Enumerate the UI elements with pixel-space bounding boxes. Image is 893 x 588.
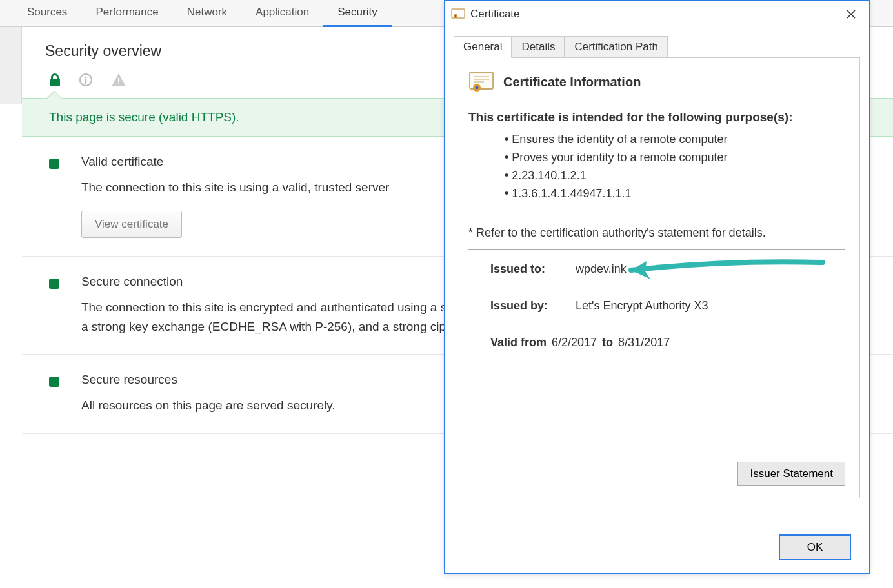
dialog-title: Certificate xyxy=(470,8,838,21)
res-heading: Secure resources xyxy=(81,373,336,387)
refer-text: * Refer to the certification authority's… xyxy=(468,226,845,240)
certificate-dialog: Certificate General Details Certificatio… xyxy=(444,0,870,574)
status-banner-text: This page is secure (valid HTTPS). xyxy=(49,110,239,124)
tab-details[interactable]: Details xyxy=(512,36,565,58)
tab-performance[interactable]: Performance xyxy=(81,0,172,27)
status-square-icon xyxy=(49,159,59,169)
issued-by-value: Let's Encrypt Authority X3 xyxy=(576,299,708,313)
issued-by-row: Issued by: Let's Encrypt Authority X3 xyxy=(490,299,845,313)
certificate-icon xyxy=(451,7,465,21)
close-button[interactable] xyxy=(838,4,864,24)
purpose-item: Proves your identity to a remote compute… xyxy=(505,149,845,167)
issued-to-value: wpdev.ink xyxy=(576,262,627,276)
cert-heading: Valid certificate xyxy=(81,155,389,169)
issued-to-row: Issued to: wpdev.ink xyxy=(490,262,845,276)
valid-from-label: Valid from xyxy=(490,336,547,349)
annotation-arrow-icon xyxy=(619,259,826,280)
info-icon xyxy=(79,73,93,89)
tab-general[interactable]: General xyxy=(454,36,512,58)
purpose-list: Ensures the identity of a remote compute… xyxy=(505,131,845,203)
purpose-item: Ensures the identity of a remote compute… xyxy=(505,131,845,149)
issuer-statement-button[interactable]: Issuer Statement xyxy=(737,462,845,486)
dialog-header: Certificate xyxy=(445,1,869,28)
cert-desc: The connection to this site is using a v… xyxy=(81,178,389,197)
purpose-title: This certificate is intended for the fol… xyxy=(468,110,845,124)
tab-network[interactable]: Network xyxy=(173,0,241,27)
svg-rect-3 xyxy=(118,78,119,82)
dialog-tabs: General Details Certification Path xyxy=(445,28,869,57)
svg-rect-5 xyxy=(452,9,465,18)
svg-rect-2 xyxy=(85,79,86,84)
tab-certification-path[interactable]: Certification Path xyxy=(565,36,667,58)
tab-application[interactable]: Application xyxy=(241,0,323,27)
divider xyxy=(468,97,845,97)
issued-by-label: Issued by: xyxy=(490,299,572,313)
lock-icon xyxy=(49,74,61,88)
cert-info-title: Certificate Information xyxy=(503,75,641,90)
divider xyxy=(468,249,845,250)
warning-icon xyxy=(111,73,126,89)
valid-to-label: to xyxy=(602,336,613,349)
dialog-content: Certificate Information This certificate… xyxy=(454,57,860,498)
valid-from-value: 6/2/2017 xyxy=(552,336,597,349)
svg-point-13 xyxy=(476,86,479,90)
view-certificate-button[interactable]: View certificate xyxy=(81,211,182,238)
res-desc: All resources on this page are served se… xyxy=(81,396,336,415)
purpose-item: 2.23.140.1.2.1 xyxy=(505,167,845,185)
close-icon xyxy=(847,10,856,19)
valid-row: Valid from 6/2/2017 to 8/31/2017 xyxy=(490,336,845,349)
ok-button[interactable]: OK xyxy=(779,534,851,560)
svg-rect-4 xyxy=(118,83,119,84)
status-square-icon xyxy=(49,377,59,387)
side-strip xyxy=(0,27,22,104)
svg-point-7 xyxy=(455,15,456,17)
tab-sources[interactable]: Sources xyxy=(13,0,81,27)
tab-security[interactable]: Security xyxy=(323,0,391,27)
certificate-large-icon xyxy=(468,71,494,93)
svg-point-1 xyxy=(85,77,87,79)
status-square-icon xyxy=(49,279,59,289)
issued-to-label: Issued to: xyxy=(490,262,572,276)
purpose-item: 1.3.6.1.4.1.44947.1.1.1 xyxy=(505,185,845,203)
valid-to-value: 8/31/2017 xyxy=(618,336,670,349)
